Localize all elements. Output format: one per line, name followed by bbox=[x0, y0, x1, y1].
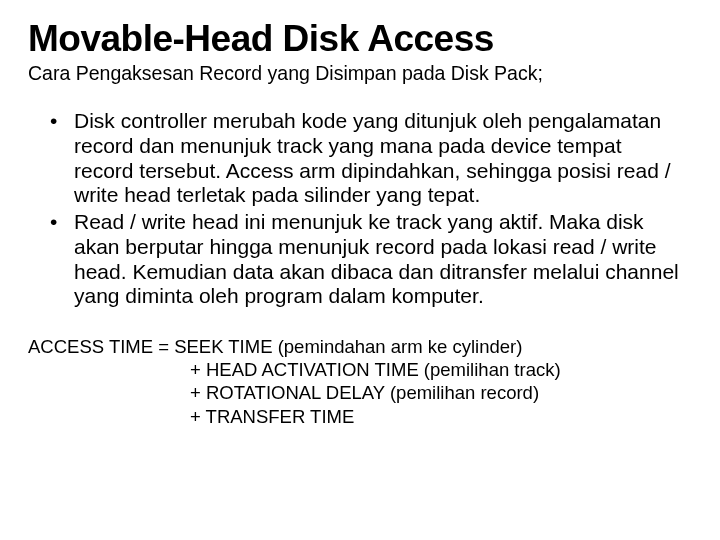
bullet-list: Disk controller merubah kode yang ditunj… bbox=[46, 109, 682, 309]
list-item: Disk controller merubah kode yang ditunj… bbox=[46, 109, 682, 208]
formula-block: ACCESS TIME = SEEK TIME (pemindahan arm … bbox=[28, 335, 692, 428]
formula-line: + HEAD ACTIVATION TIME (pemilihan track) bbox=[28, 358, 692, 381]
formula-line: + ROTATIONAL DELAY (pemilihan record) bbox=[28, 381, 692, 404]
formula-line: + TRANSFER TIME bbox=[28, 405, 692, 428]
page-subtitle: Cara Pengaksesan Record yang Disimpan pa… bbox=[28, 62, 692, 85]
formula-line: ACCESS TIME = SEEK TIME (pemindahan arm … bbox=[28, 335, 692, 358]
page-title: Movable-Head Disk Access bbox=[28, 18, 692, 60]
list-item: Read / write head ini menunjuk ke track … bbox=[46, 210, 682, 309]
